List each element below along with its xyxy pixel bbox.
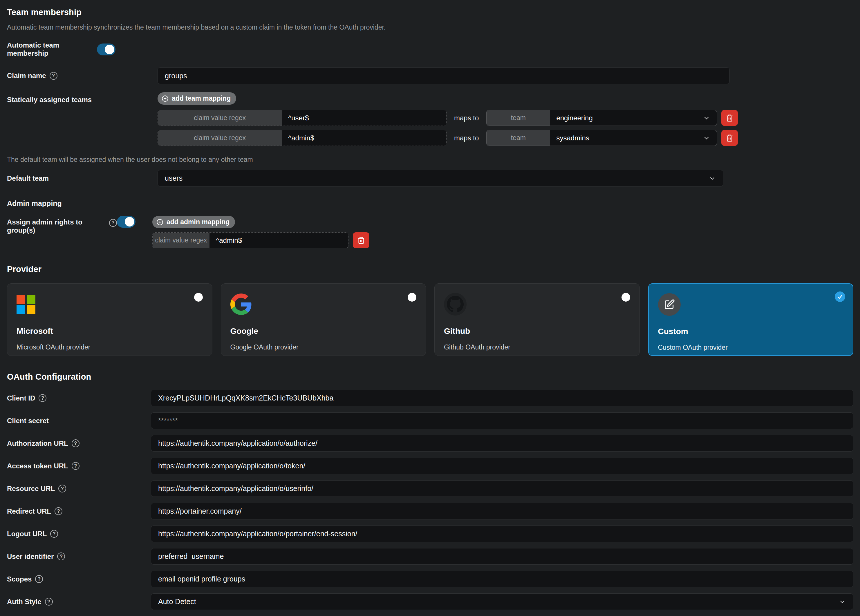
resource-url-value: https://authentik.company/application/o/… [158, 484, 313, 493]
redirect-url-help-icon[interactable]: ? [55, 507, 63, 515]
logout-url-value: https://authentik.company/application/o/… [158, 530, 358, 538]
claim-name-label: Claim name [7, 72, 46, 80]
logout-url-help-icon[interactable]: ? [50, 530, 58, 538]
provider-card-google[interactable]: Google Google OAuth provider [221, 283, 426, 356]
provider-card-description: Custom OAuth provider [658, 344, 844, 351]
google-logo-icon [231, 293, 252, 315]
resource-url-help-icon[interactable]: ? [58, 484, 66, 492]
team-select-group: team sysadmins [486, 130, 717, 146]
radio-unselected-icon[interactable] [621, 293, 630, 302]
maps-to-label: maps to [454, 134, 479, 142]
add-admin-mapping-button[interactable]: add admin mapping [152, 216, 235, 228]
default-team-value: users [165, 174, 182, 182]
client-id-row: Client ID ? XrecyPLpSUHDHrLpQqXK8sm2EkCH… [7, 390, 853, 406]
authorization-url-input[interactable]: https://authentik.company/application/o/… [151, 435, 853, 451]
radio-unselected-icon[interactable] [194, 293, 203, 302]
authorization-url-value: https://authentik.company/application/o/… [158, 439, 317, 447]
chevron-down-icon [703, 134, 710, 142]
access-token-url-row: Access token URL ? https://authentik.com… [7, 458, 853, 474]
team-mappings-area: add team mapping claim value regex ^user… [157, 92, 738, 146]
delete-admin-mapping-button[interactable] [353, 232, 369, 248]
client-id-value: XrecyPLpSUHDHrLpQqXK8sm2EkCHcTe3UBUbXhba [158, 394, 333, 402]
team-select[interactable]: engineering [550, 110, 717, 125]
client-id-input[interactable]: XrecyPLpSUHDHrLpQqXK8sm2EkCHcTe3UBUbXhba [151, 390, 853, 406]
claim-name-help-icon[interactable]: ? [50, 72, 58, 80]
redirect-url-input[interactable]: https://portainer.company/ [151, 503, 853, 519]
scopes-value: email openid profile groups [158, 575, 245, 583]
statically-assigned-teams-label: Statically assigned teams [7, 96, 92, 104]
admin-regex-input[interactable]: ^admin$ [209, 233, 348, 248]
add-admin-mapping-label: add admin mapping [166, 218, 229, 226]
scopes-row: Scopes ? email openid profile groups [7, 571, 853, 587]
delete-team-mapping-button[interactable] [721, 130, 738, 146]
assign-admin-help-icon[interactable]: ? [109, 219, 117, 227]
client-id-help-icon[interactable]: ? [39, 394, 46, 402]
provider-card-microsoft[interactable]: Microsoft Microsoft OAuth provider [7, 283, 212, 356]
default-team-row: Default team users [7, 170, 853, 187]
client-secret-row: Client secret ******* [7, 412, 853, 429]
scopes-input[interactable]: email openid profile groups [151, 571, 853, 587]
provider-card-description: Github OAuth provider [444, 343, 631, 351]
logout-url-label: Logout URL [7, 530, 47, 538]
client-secret-label: Client secret [7, 417, 49, 425]
claim-regex-prefix: claim value regex [152, 233, 209, 248]
user-identifier-help-icon[interactable]: ? [57, 552, 65, 560]
provider-card-title: Google [231, 326, 417, 336]
team-membership-description: Automatic team membership synchronizes t… [7, 24, 853, 31]
scopes-help-icon[interactable]: ? [35, 575, 43, 583]
redirect-url-label: Redirect URL [7, 507, 51, 516]
user-identifier-row: User identifier ? preferred_username [7, 548, 853, 565]
team-select[interactable]: sysadmins [550, 130, 717, 146]
trash-icon [726, 134, 733, 142]
redirect-url-value: https://portainer.company/ [158, 507, 242, 516]
access-token-url-label: Access token URL [7, 462, 68, 470]
provider-grid: Microsoft Microsoft OAuth provider Googl… [7, 283, 853, 356]
team-prefix: team [486, 130, 550, 146]
access-token-url-help-icon[interactable]: ? [72, 462, 80, 470]
team-select-value: sysadmins [556, 134, 589, 142]
team-mapping-row: claim value regex ^admin$ maps to team s… [157, 130, 738, 146]
default-team-note: The default team will be assigned when t… [7, 156, 853, 163]
trash-icon [357, 237, 365, 244]
auth-style-help-icon[interactable]: ? [45, 598, 53, 605]
authorization-url-help-icon[interactable]: ? [72, 439, 80, 447]
client-secret-input[interactable]: ******* [151, 412, 853, 429]
claim-regex-input[interactable]: ^user$ [282, 110, 446, 125]
chevron-down-icon [838, 598, 846, 605]
provider-card-description: Google OAuth provider [231, 343, 417, 351]
chevron-down-icon [703, 114, 710, 122]
logout-url-row: Logout URL ? https://authentik.company/a… [7, 525, 853, 542]
claim-name-input[interactable]: groups [157, 67, 730, 84]
provider-card-description: Microsoft OAuth provider [17, 343, 203, 351]
client-id-label: Client ID [7, 394, 35, 402]
auth-style-value: Auto Detect [158, 597, 196, 606]
client-secret-value: ******* [158, 417, 178, 425]
logout-url-input[interactable]: https://authentik.company/application/o/… [151, 525, 853, 542]
chevron-down-icon [709, 175, 716, 182]
claim-regex-group: claim value regex ^admin$ [157, 130, 447, 146]
provider-card-custom[interactable]: Custom Custom OAuth provider [648, 283, 854, 356]
access-token-url-input[interactable]: https://authentik.company/application/o/… [151, 458, 853, 474]
resource-url-label: Resource URL [7, 484, 55, 493]
add-team-mapping-button[interactable]: add team mapping [157, 92, 236, 105]
claim-regex-input[interactable]: ^admin$ [282, 130, 446, 146]
default-team-select[interactable]: users [157, 170, 723, 187]
default-team-label: Default team [7, 174, 49, 182]
assign-admin-toggle[interactable] [117, 216, 135, 228]
scopes-label: Scopes [7, 575, 31, 583]
radio-unselected-icon[interactable] [408, 293, 416, 302]
delete-team-mapping-button[interactable] [721, 110, 738, 126]
provider-card-github[interactable]: Github Github OAuth provider [434, 283, 640, 356]
claim-name-row: Claim name ? groups [7, 67, 853, 84]
user-identifier-input[interactable]: preferred_username [151, 548, 853, 565]
automatic-team-membership-toggle[interactable] [97, 44, 116, 55]
resource-url-input[interactable]: https://authentik.company/application/o/… [151, 480, 853, 497]
team-prefix: team [486, 110, 550, 125]
provider-card-title: Github [444, 326, 631, 336]
microsoft-logo-icon [17, 295, 35, 314]
auth-style-select[interactable]: Auto Detect [151, 593, 853, 610]
provider-card-title: Custom [658, 327, 844, 336]
claim-name-value: groups [165, 72, 187, 80]
automatic-team-membership-row: Automatic team membership [7, 41, 853, 57]
team-select-value: engineering [556, 114, 593, 122]
